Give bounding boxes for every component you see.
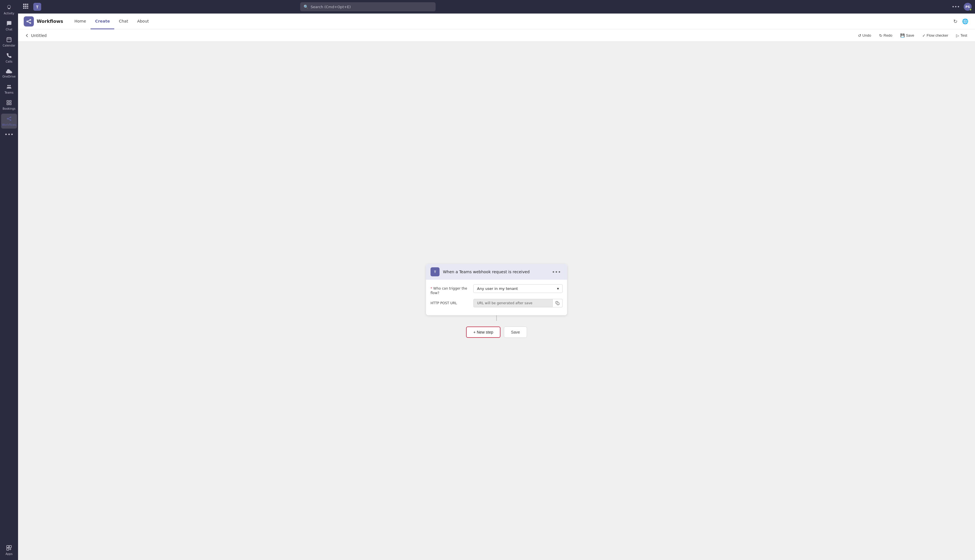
http-url-placeholder: URL will be generated after save xyxy=(477,301,533,305)
canvas-area: Untitled ↺ Undo ↻ Redo 💾 Save xyxy=(18,29,975,560)
svg-rect-9 xyxy=(7,103,9,105)
onedrive-icon xyxy=(6,69,12,74)
svg-line-35 xyxy=(28,22,30,23)
redo-button[interactable]: ↻ Redo xyxy=(876,32,896,40)
more-options-button[interactable]: ••• xyxy=(950,3,962,11)
save-toolbar-button[interactable]: 💾 Save xyxy=(897,32,918,39)
svg-rect-20 xyxy=(23,4,25,5)
canvas-content: T When a Teams webhook request is receiv… xyxy=(18,42,975,560)
nav-item-about[interactable]: About xyxy=(133,13,153,29)
teams-nav-icon xyxy=(6,84,12,90)
svg-rect-23 xyxy=(23,6,25,7)
svg-point-12 xyxy=(10,120,11,120)
trigger-title: When a Teams webhook request is received xyxy=(443,270,547,274)
teams-logo: T xyxy=(33,3,41,11)
flow-save-label: Save xyxy=(511,330,520,334)
svg-rect-0 xyxy=(7,38,11,42)
flow-checker-button[interactable]: ✓ Flow checker xyxy=(919,32,952,40)
svg-line-14 xyxy=(8,119,10,120)
topbar-right: ••• PS xyxy=(950,3,972,11)
svg-point-10 xyxy=(7,118,8,119)
action-buttons: + New step Save xyxy=(466,327,527,338)
undo-label: Undo xyxy=(862,33,871,38)
app-title: Workflows xyxy=(37,18,63,24)
http-url-field-row: URL will be generated after save xyxy=(473,299,563,307)
trigger-field-label: * Who can trigger the flow? xyxy=(431,284,470,295)
save-icon: 💾 xyxy=(900,33,905,38)
more-icon: ••• xyxy=(5,132,13,137)
avatar[interactable]: PS xyxy=(964,3,972,11)
svg-rect-16 xyxy=(9,546,12,548)
redo-icon: ↻ xyxy=(879,33,883,38)
back-button[interactable]: Untitled xyxy=(23,32,49,39)
sidebar-item-onedrive[interactable]: OneDrive xyxy=(1,67,17,80)
test-button[interactable]: ▷ Test xyxy=(953,32,970,40)
app-header: Workflows Home Create Chat About ↻ 🌐 xyxy=(18,13,975,29)
sidebar-item-teams-label: Teams xyxy=(5,91,13,94)
http-url-wrapper: URL will be generated after save xyxy=(473,299,563,307)
nav-item-home[interactable]: Home xyxy=(70,13,90,29)
svg-rect-8 xyxy=(10,103,11,105)
test-label: Test xyxy=(960,33,967,38)
flow-title: Untitled xyxy=(31,33,47,38)
sidebar-item-workflows[interactable]: Workflows xyxy=(1,113,17,128)
svg-rect-22 xyxy=(27,4,28,5)
nav-item-chat[interactable]: Chat xyxy=(114,13,133,29)
svg-point-32 xyxy=(30,19,31,20)
svg-rect-37 xyxy=(557,303,559,305)
nav-item-create[interactable]: Create xyxy=(90,13,114,29)
sidebar-item-calls[interactable]: Calls xyxy=(1,50,17,65)
sidebar-item-teams[interactable]: Teams xyxy=(1,82,17,97)
undo-icon: ↺ xyxy=(858,33,861,38)
undo-button[interactable]: ↺ Undo xyxy=(855,32,875,40)
trigger-field-row: * Who can trigger the flow? Any user in … xyxy=(431,284,563,295)
activity-icon xyxy=(6,5,12,11)
sidebar-item-apps[interactable]: Apps xyxy=(1,543,17,558)
svg-text:T: T xyxy=(434,270,436,274)
flow-save-button[interactable]: Save xyxy=(504,327,527,338)
svg-rect-24 xyxy=(25,6,27,7)
global-topbar: T 🔍 Search (Cmd+Opt+E) ••• PS xyxy=(18,0,975,13)
flow-container: T When a Teams webhook request is receiv… xyxy=(426,264,567,338)
calls-icon xyxy=(6,53,12,59)
sidebar-item-chat[interactable]: Chat xyxy=(1,18,17,33)
sidebar-item-calls-label: Calls xyxy=(6,60,12,63)
app-header-right: ↻ 🌐 xyxy=(952,17,969,25)
sidebar-item-bookings[interactable]: Bookings xyxy=(1,98,17,113)
copy-url-button[interactable] xyxy=(553,299,563,307)
sidebar-item-apps-label: Apps xyxy=(6,552,13,555)
svg-rect-25 xyxy=(27,6,28,7)
svg-point-4 xyxy=(7,85,9,86)
sidebar-item-workflows-label: Workflows xyxy=(2,123,16,126)
app-logo xyxy=(24,17,34,27)
test-icon: ▷ xyxy=(956,33,959,38)
flow-checker-label: Flow checker xyxy=(927,33,948,38)
svg-text:T: T xyxy=(36,5,38,9)
new-step-button[interactable]: + New step xyxy=(466,327,501,338)
apps-grid-icon[interactable] xyxy=(22,2,30,12)
sidebar-item-calendar[interactable]: Calendar xyxy=(1,34,17,49)
search-placeholder: Search (Cmd+Opt+E) xyxy=(311,5,351,9)
svg-line-13 xyxy=(8,118,10,118)
svg-rect-27 xyxy=(25,8,27,9)
sidebar-item-more[interactable]: ••• xyxy=(1,130,17,139)
refresh-button[interactable]: ↻ xyxy=(952,17,958,25)
svg-point-31 xyxy=(27,21,28,22)
svg-rect-21 xyxy=(25,4,27,5)
trigger-header: T When a Teams webhook request is receiv… xyxy=(426,264,567,280)
calendar-icon xyxy=(6,37,12,43)
trigger-more-button[interactable]: ••• xyxy=(550,268,563,275)
trigger-dropdown-value: Any user in my tenant xyxy=(477,287,518,291)
trigger-dropdown[interactable]: Any user in my tenant ▾ xyxy=(473,284,563,293)
svg-rect-15 xyxy=(7,546,9,548)
back-arrow-icon xyxy=(25,33,29,38)
canvas-toolbar: Untitled ↺ Undo ↻ Redo 💾 Save xyxy=(18,29,975,42)
flow-checker-icon: ✓ xyxy=(922,33,926,38)
copy-icon xyxy=(556,301,559,305)
search-bar[interactable]: 🔍 Search (Cmd+Opt+E) xyxy=(300,2,436,11)
svg-rect-26 xyxy=(23,8,25,9)
chat-icon xyxy=(6,21,12,27)
globe-button[interactable]: 🌐 xyxy=(961,17,969,25)
apps-add-icon xyxy=(6,545,12,552)
sidebar-item-activity[interactable]: Activity xyxy=(1,2,17,17)
